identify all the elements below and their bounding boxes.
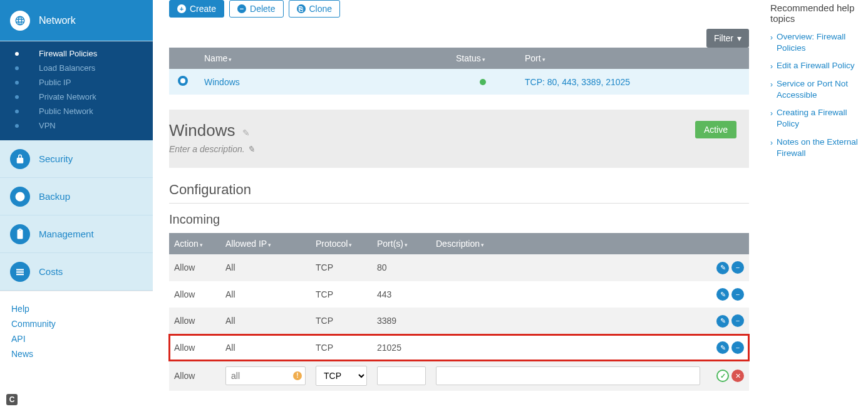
rule-row: AllowAllTCP80✎− <box>169 254 749 281</box>
warning-icon: ! <box>293 371 302 380</box>
protocol-select[interactable]: TCP <box>316 366 367 386</box>
nav-item-costs[interactable]: Costs <box>0 253 153 291</box>
edit-title-icon[interactable]: ✎ <box>242 128 250 138</box>
policy-name-link[interactable]: Windows <box>204 77 240 87</box>
dot-icon <box>15 81 19 85</box>
help-link[interactable]: ›Service or Port Not Accessible <box>770 78 860 101</box>
chevron-right-icon: › <box>770 138 773 148</box>
policy-port-link[interactable]: TCP: 80, 443, 3389, 21025 <box>525 77 630 87</box>
edit-rule-button[interactable]: ✎ <box>716 315 729 328</box>
footer-link-help[interactable]: Help <box>11 301 142 316</box>
nav-label: Security <box>39 153 73 164</box>
policies-table: Name▾ Status▾ Port▾ Windows TCP: 80, 443… <box>169 48 749 95</box>
rule-protocol: TCP <box>311 281 372 308</box>
nav-item-network[interactable]: Network <box>0 0 153 41</box>
edit-rule-button[interactable]: ✎ <box>716 288 729 301</box>
lock-icon <box>10 149 30 169</box>
description-input[interactable] <box>436 366 700 385</box>
rule-ip: All <box>220 334 311 361</box>
rule-ports: 80 <box>372 254 431 281</box>
nav-label: Costs <box>39 266 63 277</box>
col-protocol[interactable]: Protocol▾ <box>311 233 372 254</box>
rule-ports: 21025 <box>372 334 431 361</box>
rule-row: AllowAllTCP21025✎− <box>169 334 749 361</box>
sidebar: Network Firewall Policies Load Balancers… <box>0 0 153 409</box>
help-link[interactable]: ›Overview: Firewall Policies <box>770 31 860 54</box>
delete-rule-button[interactable]: − <box>731 261 744 274</box>
col-description[interactable]: Description▾ <box>431 233 705 254</box>
chevron-right-icon: › <box>770 108 773 118</box>
rule-ip: All <box>220 308 311 334</box>
ports-input[interactable] <box>377 366 426 385</box>
sort-caret-icon: ▾ <box>482 56 485 63</box>
subnav-load-balancers[interactable]: Load Balancers <box>0 61 153 75</box>
actions-toolbar: +Create −Delete ⎘Clone <box>169 0 749 18</box>
nav-item-management[interactable]: Management <box>0 215 153 253</box>
rule-action: Allow <box>169 281 220 308</box>
chevron-right-icon: › <box>770 80 773 90</box>
plus-icon: + <box>177 4 186 13</box>
subnav-vpn[interactable]: VPN <box>0 118 153 133</box>
rule-row: AllowAllTCP443✎− <box>169 281 749 308</box>
sort-caret-icon: ▾ <box>542 56 545 63</box>
subnav-firewall-policies[interactable]: Firewall Policies <box>0 46 153 61</box>
rule-ip: All <box>220 254 311 281</box>
rule-description <box>431 334 705 361</box>
copy-icon: ⎘ <box>297 4 306 13</box>
edit-rule-button[interactable]: ✎ <box>716 341 729 354</box>
delete-rule-button[interactable]: − <box>731 341 744 354</box>
sort-caret-icon: ▾ <box>200 242 203 248</box>
sort-caret-icon: ▾ <box>481 242 484 248</box>
subnav-public-network[interactable]: Public Network <box>0 104 153 118</box>
incoming-title: Incoming <box>169 212 749 227</box>
row-radio-selected[interactable] <box>178 76 188 86</box>
col-allowed-ip[interactable]: Allowed IP▾ <box>220 233 311 254</box>
detail-title: Windows ✎ <box>169 121 255 140</box>
clone-button[interactable]: ⎘Clone <box>289 0 341 18</box>
clock-icon <box>10 187 30 207</box>
rule-action: Allow <box>169 361 220 391</box>
help-panel: Recommended help topics ›Overview: Firew… <box>770 0 868 409</box>
col-action[interactable]: Action▾ <box>169 233 220 254</box>
sort-caret-icon: ▾ <box>405 242 408 248</box>
col-ports[interactable]: Port(s)▾ <box>372 233 431 254</box>
configuration-section: Configuration Incoming Action▾ Allowed I… <box>169 182 749 391</box>
detail-description[interactable]: Enter a description. ✎ <box>169 144 255 154</box>
col-status[interactable]: Status▾ <box>448 48 517 69</box>
help-link[interactable]: ›Notes on the External Firewall <box>770 137 860 159</box>
delete-rule-button[interactable]: − <box>731 314 744 327</box>
footer-link-community[interactable]: Community <box>11 316 142 331</box>
help-link[interactable]: ›Creating a Firewall Policy <box>770 107 860 130</box>
edit-rule-button[interactable]: ✎ <box>716 262 729 274</box>
delete-button[interactable]: −Delete <box>229 0 283 18</box>
footer-link-api[interactable]: API <box>11 331 142 346</box>
delete-rule-button[interactable]: − <box>731 288 744 301</box>
nav-item-backup[interactable]: Backup <box>0 178 153 215</box>
rule-description <box>431 254 705 281</box>
corner-logo-icon: C <box>6 394 18 405</box>
rule-protocol: TCP <box>311 334 372 361</box>
col-name[interactable]: Name▾ <box>197 48 448 69</box>
footer-link-news[interactable]: News <box>11 346 142 361</box>
clipboard-icon <box>10 224 30 244</box>
col-row-actions <box>705 233 749 254</box>
rule-protocol: TCP <box>311 308 372 334</box>
help-link[interactable]: ›Edit a Firewall Policy <box>770 60 860 71</box>
dot-icon <box>15 110 19 113</box>
col-port[interactable]: Port▾ <box>517 48 749 69</box>
subnav-public-ip[interactable]: Public IP <box>0 75 153 90</box>
nav-item-security[interactable]: Security <box>0 140 153 178</box>
policy-row[interactable]: Windows TCP: 80, 443, 3389, 21025 <box>169 69 749 95</box>
cancel-rule-button[interactable]: ✕ <box>731 370 744 382</box>
rule-row: AllowAllTCP3389✎− <box>169 308 749 334</box>
nav-label: Network <box>39 15 76 26</box>
subnav-private-network[interactable]: Private Network <box>0 90 153 104</box>
main-content: +Create −Delete ⎘Clone Filter▾ Name▾ Sta… <box>153 0 765 409</box>
filter-button[interactable]: Filter▾ <box>706 29 749 48</box>
create-button[interactable]: +Create <box>169 0 224 18</box>
confirm-rule-button[interactable]: ✓ <box>716 370 729 382</box>
dot-icon <box>15 66 19 70</box>
rules-table: Action▾ Allowed IP▾ Protocol▾ Port(s)▾ D… <box>169 233 749 391</box>
minus-icon: − <box>237 4 246 13</box>
edit-desc-icon[interactable]: ✎ <box>247 144 255 154</box>
